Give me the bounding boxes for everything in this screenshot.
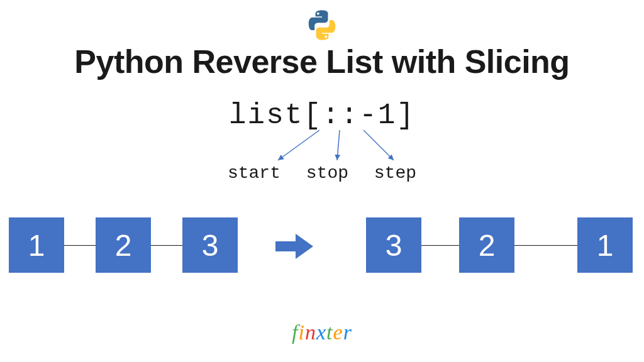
link-line	[64, 245, 96, 246]
reversed-node-3: 1	[577, 217, 633, 273]
brand-letter: t	[326, 321, 333, 344]
link-line	[151, 245, 182, 246]
svg-line-0	[278, 130, 319, 160]
reversed-node-2: 2	[459, 217, 514, 273]
python-logo-icon	[306, 9, 338, 41]
label-start: start	[228, 163, 280, 183]
brand-letter: i	[299, 321, 305, 344]
brand-letter: r	[343, 321, 352, 344]
original-node-1: 1	[9, 217, 64, 273]
brand-letter: n	[305, 321, 316, 344]
code-expression: list[::-1]	[0, 99, 644, 132]
brand-letter: f	[292, 321, 298, 344]
label-step: step	[374, 163, 416, 183]
annotation-arrows	[0, 129, 644, 167]
label-stop: stop	[306, 163, 348, 183]
brand-letter: x	[316, 321, 326, 344]
link-line	[514, 245, 577, 246]
original-node-2: 2	[96, 217, 151, 273]
list-diagram: 1 2 3 3 2 1	[0, 214, 644, 277]
original-node-3: 3	[182, 217, 238, 273]
svg-line-2	[364, 130, 394, 160]
reversed-node-1: 3	[366, 217, 421, 273]
page-title: Python Reverse List with Slicing	[0, 43, 644, 80]
transform-arrow-icon	[275, 234, 313, 259]
brand-logo: finxter	[0, 321, 644, 344]
link-line	[421, 245, 459, 246]
brand-letter: e	[333, 321, 343, 344]
svg-line-1	[337, 130, 340, 160]
slice-labels-row: start stop step	[0, 163, 644, 183]
